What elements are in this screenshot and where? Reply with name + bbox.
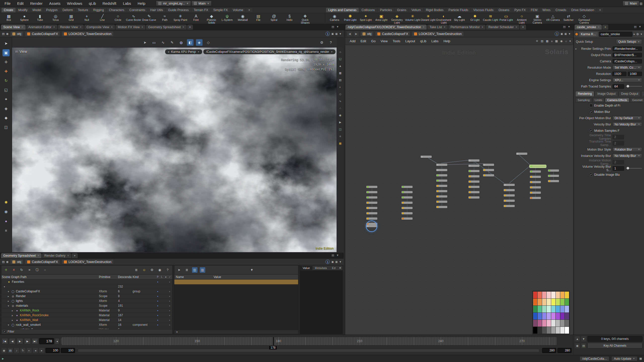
param-tab-limits[interactable]: Limits <box>592 98 605 102</box>
filter-funnel-icon[interactable]: ▼ <box>249 267 255 273</box>
tab-geometry-spreadsheet[interactable]: Geometry Spreadsheet× <box>1 253 42 258</box>
path-segment-obj[interactable]: obj <box>360 31 374 36</box>
snap-toggle-icon[interactable]: ◈ <box>196 39 203 46</box>
shelf-tool-grid[interactable]: ▦Grid <box>63 13 79 24</box>
close-icon[interactable]: × <box>481 25 483 29</box>
shelf-tool-line[interactable]: ╱Line <box>95 13 110 24</box>
rotate-icon[interactable]: ↻ <box>3 77 10 84</box>
network-node[interactable] <box>468 196 479 199</box>
network-node[interactable] <box>530 192 541 194</box>
shelf-tool-gamepad-camera[interactable]: ◇Gamepad Camera <box>576 13 592 24</box>
shelf-tool-sky-light[interactable]: ☁Sky Light <box>452 13 467 24</box>
color-swatch[interactable] <box>560 327 565 334</box>
window-layout-icon[interactable]: ▤ <box>640 2 642 5</box>
secure-selection-lock-icon[interactable]: ▣ <box>3 49 10 56</box>
auto-key-icon[interactable]: ◉ <box>575 343 580 348</box>
shelf-tool-draw-curve[interactable]: ✎Draw Curve <box>141 13 157 24</box>
lock-icon[interactable]: ▣ <box>331 260 334 263</box>
close-icon[interactable]: × <box>141 25 143 29</box>
node-type-icon[interactable]: ◉ <box>6 260 9 263</box>
param-dropdown-motion-blur-style[interactable]: Rotation Blur▼ <box>613 147 642 152</box>
shelf-tool-spot-light[interactable]: ✦Spot Light <box>358 13 374 24</box>
color-swatch[interactable] <box>538 320 542 327</box>
material-icon[interactable]: ● <box>3 217 10 224</box>
shelf-tool-switcher[interactable]: ⇄Switcher <box>561 13 576 24</box>
network-node[interactable] <box>530 186 541 189</box>
param-tab-geomet[interactable]: Geomet <box>630 98 644 102</box>
zoom-icon[interactable]: ○ <box>565 40 567 43</box>
grid-toggle-icon[interactable]: ▤ <box>338 78 343 82</box>
scene-combo[interactable]: Main▼ <box>191 1 212 6</box>
shelf-tool-metaball[interactable]: ◉Metaball <box>235 13 251 24</box>
shelf-tab-wires[interactable]: Wires <box>540 8 553 12</box>
color-swatch[interactable] <box>551 320 555 327</box>
color-swatch[interactable] <box>547 299 551 305</box>
param-field[interactable]: 2 <box>613 160 624 164</box>
prim-flag[interactable]: ▸ <box>168 290 172 293</box>
pane-menu-icon[interactable]: ▼ <box>638 25 641 28</box>
pane-menu-icon[interactable]: ▼ <box>336 25 339 28</box>
shelf-tab-terrain-fx[interactable]: Terrain FX <box>191 8 211 12</box>
scope-channels-icon[interactable]: ▤ <box>8 348 13 353</box>
color-swatch[interactable] <box>533 327 537 334</box>
shelf-tab-constraints[interactable]: Constraints <box>127 8 147 12</box>
color-swatch[interactable] <box>533 313 537 320</box>
color-swatch[interactable] <box>565 299 569 305</box>
shelf-tool-l-system[interactable]: ψL-System <box>219 13 235 24</box>
columns-b-icon[interactable]: ▥ <box>200 267 205 273</box>
grid-icon[interactable]: ▦ <box>335 260 338 263</box>
shelf-tab-characters[interactable]: Characters <box>107 8 127 12</box>
color-swatch[interactable] <box>542 299 546 305</box>
expand-arrow-icon[interactable]: ▾ <box>7 290 10 293</box>
settings-gear-icon[interactable]: ⚙ <box>149 267 155 273</box>
camera-lock-icon[interactable]: ◉ <box>338 113 343 117</box>
param-tab-image-output[interactable]: Image Output <box>595 91 618 96</box>
menu-windows[interactable]: Windows <box>64 1 85 6</box>
path-segment-castlecollapsefx[interactable]: CastleCollapseFX <box>375 31 410 36</box>
color-swatch[interactable] <box>551 327 555 334</box>
shelf-tab-drive-simulation[interactable]: Drive Simulation <box>569 8 596 12</box>
prim-flag[interactable]: ▸ <box>168 319 172 321</box>
shelf-tool-helix[interactable]: §Helix <box>282 13 297 24</box>
network-node[interactable] <box>436 206 447 208</box>
param-slider[interactable] <box>626 168 642 169</box>
network-node[interactable] <box>483 164 494 166</box>
shelf-tool-torus[interactable]: ◎Torus <box>48 13 63 24</box>
color-swatch[interactable] <box>538 292 542 298</box>
tree-row-materials[interactable]: ▾◎materialsScope191●▸ <box>1 303 172 308</box>
shelf-tool-volume-light[interactable]: ✳Volume Light <box>405 13 420 24</box>
display-options-icon[interactable]: ≡ <box>338 134 343 139</box>
inspector-tab-ed[interactable]: Ed <box>330 266 338 270</box>
tree-row-karma-rock[interactable]: ▸●KARMA_RockMaterial9●▸ <box>1 308 172 313</box>
context-arrow-icon[interactable]: ▶ <box>2 357 4 360</box>
param-tab-deep-output[interactable]: Deep Output <box>619 91 641 96</box>
shelf-tool-circle[interactable]: ○Circle <box>110 13 126 24</box>
pane-split-icon[interactable]: ▤ <box>332 254 334 257</box>
shelf-tool-vr-camera[interactable]: △VR Camera <box>545 13 561 24</box>
tree-row-castlecollapsefx[interactable]: ▾◯CastleCollapseFXXform6group●▸ <box>1 289 172 294</box>
network-node[interactable] <box>421 156 432 158</box>
shelf-tool-file[interactable]: ▤File <box>251 13 266 24</box>
renderer-pill[interactable]: ≡ Karma XPU Persp ▼ <box>165 49 202 54</box>
shelf-tool-gi-light[interactable]: ✹GI Light <box>467 13 483 24</box>
network-node[interactable] <box>530 197 541 199</box>
checkbox-enable-depth-of-fi[interactable] <box>589 104 593 107</box>
menu-edit[interactable]: Edit <box>14 1 27 6</box>
visible-only-icon[interactable]: ◍ <box>178 39 184 46</box>
color-swatch[interactable] <box>556 306 560 312</box>
pane-icon[interactable]: ▤ <box>2 260 5 263</box>
shelf-tool-sphere[interactable]: ●Sphere <box>17 13 32 24</box>
pane-menu-icon[interactable]: ▤ <box>15 50 18 53</box>
color-swatch[interactable] <box>542 327 546 334</box>
multisnap-icon[interactable]: ◇ <box>205 39 212 46</box>
color-swatch[interactable] <box>547 313 551 320</box>
prim-display-toggle[interactable]: ● <box>156 300 160 302</box>
color-swatch[interactable] <box>547 292 551 298</box>
table-body[interactable] <box>174 280 298 330</box>
audio-icon[interactable]: ♪ <box>14 348 19 353</box>
tab-obj-castlecollapsefx-lookdev-towerdestruct[interactable]: /obj/CastleCollapseFX/LOOKDEV_TowerDestr… <box>345 25 427 30</box>
network-node[interactable] <box>436 190 447 192</box>
filter-funnel-icon[interactable]: ▼ <box>176 331 178 333</box>
param-dropdown-per-object-motion-blur[interactable]: On by Default▼ <box>613 116 642 120</box>
close-icon[interactable]: × <box>111 25 113 29</box>
